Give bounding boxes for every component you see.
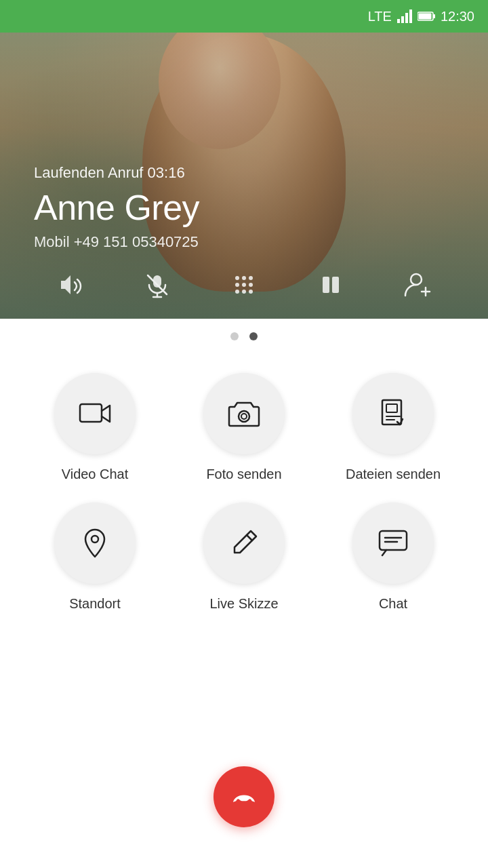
contact-name: Anne Grey <box>34 187 199 228</box>
speaker-button[interactable] <box>50 264 91 305</box>
chat-item[interactable]: Chat <box>325 502 461 612</box>
svg-point-32 <box>92 536 98 542</box>
call-status: Laufenden Anruf 03:16 <box>34 164 199 182</box>
svg-rect-29 <box>386 404 397 412</box>
dateien-senden-item[interactable]: Dateien senden <box>325 373 461 482</box>
svg-marker-3 <box>409 9 412 23</box>
svg-rect-21 <box>332 277 339 293</box>
battery-icon <box>418 11 435 22</box>
svg-point-22 <box>411 274 422 285</box>
add-participant-button[interactable] <box>397 264 438 305</box>
svg-rect-34 <box>380 531 407 550</box>
svg-point-26 <box>239 411 249 422</box>
contact-number: Mobil +49 151 05340725 <box>34 233 199 251</box>
live-skizze-label: Live Skizze <box>209 596 278 612</box>
hero-section: Laufenden Anruf 03:16 Anne Grey Mobil +4… <box>0 0 488 319</box>
svg-marker-1 <box>401 16 404 23</box>
live-skizze-item[interactable]: Live Skizze <box>176 502 312 612</box>
svg-point-14 <box>235 283 239 287</box>
svg-marker-0 <box>397 19 400 23</box>
svg-line-33 <box>247 535 252 540</box>
keypad-button[interactable] <box>224 264 264 305</box>
standort-item[interactable]: Standort <box>27 502 163 612</box>
svg-point-19 <box>249 290 253 294</box>
svg-point-27 <box>241 414 247 419</box>
chat-circle <box>352 502 434 584</box>
chat-label: Chat <box>379 596 407 612</box>
status-bar-content: LTE 12:30 <box>368 9 474 24</box>
svg-rect-6 <box>418 14 431 20</box>
svg-marker-2 <box>405 13 408 23</box>
dateien-senden-circle <box>352 373 434 454</box>
svg-point-13 <box>249 276 253 280</box>
status-bar: LTE 12:30 <box>0 0 488 33</box>
svg-point-16 <box>249 283 253 287</box>
svg-point-17 <box>235 290 239 294</box>
lte-label: LTE <box>368 9 392 24</box>
chat-icon <box>377 527 409 559</box>
location-icon <box>79 527 111 559</box>
camera-icon <box>228 397 260 430</box>
call-info: Laufenden Anruf 03:16 Anne Grey Mobil +4… <box>34 164 199 251</box>
main-content: Video Chat Foto senden <box>0 359 488 646</box>
page-dot-2[interactable] <box>249 332 258 340</box>
pencil-icon <box>228 527 260 559</box>
foto-senden-label: Foto senden <box>206 467 281 482</box>
svg-point-12 <box>242 276 246 280</box>
video-chat-item[interactable]: Video Chat <box>27 373 163 482</box>
svg-point-11 <box>235 276 239 280</box>
dateien-senden-label: Dateien senden <box>346 467 441 482</box>
signal-icon <box>397 9 412 23</box>
phone-hangup-icon <box>229 782 259 812</box>
video-chat-circle <box>54 373 136 454</box>
page-indicators <box>230 332 258 340</box>
foto-senden-item[interactable]: Foto senden <box>176 373 312 482</box>
live-skizze-circle <box>203 502 285 584</box>
call-controls-bar <box>0 264 488 305</box>
action-grid: Video Chat Foto senden <box>27 373 461 612</box>
file-icon <box>377 397 409 430</box>
svg-rect-20 <box>323 277 329 293</box>
standort-circle <box>54 502 136 584</box>
time-display: 12:30 <box>441 9 474 24</box>
video-chat-label: Video Chat <box>62 467 129 482</box>
mute-button[interactable] <box>137 264 178 305</box>
standort-label: Standort <box>69 596 121 612</box>
video-icon <box>79 397 111 430</box>
end-call-button[interactable] <box>214 766 274 827</box>
svg-rect-5 <box>433 14 435 18</box>
svg-point-15 <box>242 283 246 287</box>
end-call-area <box>214 766 274 827</box>
foto-senden-circle <box>203 373 285 454</box>
page-dot-1[interactable] <box>230 332 239 340</box>
svg-point-18 <box>242 290 246 294</box>
svg-rect-25 <box>80 404 102 422</box>
hold-button[interactable] <box>310 264 351 305</box>
